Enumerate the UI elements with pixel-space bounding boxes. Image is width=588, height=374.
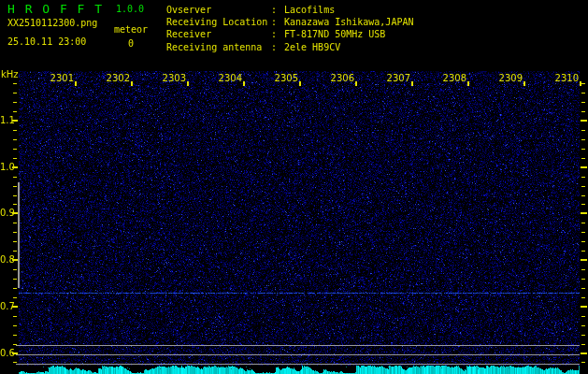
freq-tick-minor — [13, 232, 17, 233]
time-tick — [299, 81, 301, 86]
station-row-observer: Ovserver:Lacofilms — [166, 4, 413, 16]
freq-tick-minor — [581, 195, 585, 196]
station-label: Ovserver — [166, 4, 271, 16]
freq-tick-major — [581, 166, 587, 168]
station-row-antenna: Receiving antenna:2ele HB9CV — [166, 41, 413, 53]
freq-tick-minor — [581, 177, 585, 178]
freq-tick-minor — [13, 279, 17, 280]
freq-tick-minor — [13, 344, 17, 345]
time-tick — [243, 81, 245, 86]
time-tick-label: 2310 — [552, 73, 579, 83]
freq-tick-minor — [13, 158, 17, 159]
station-separator: : — [271, 41, 284, 53]
freq-tick-major — [581, 259, 587, 261]
time-tick — [75, 81, 77, 86]
freq-tick-minor — [581, 232, 585, 233]
time-tick-label: 2308 — [439, 73, 466, 83]
station-label: Receiving antenna — [166, 41, 271, 53]
freq-tick-minor — [581, 344, 585, 345]
freq-tick-label: 0.7 — [0, 302, 14, 311]
time-tick-label: 2304 — [215, 73, 242, 83]
station-value: 2ele HB9CV — [284, 42, 340, 52]
time-tick-label: 2303 — [159, 73, 186, 83]
freq-tick-minor — [581, 102, 585, 103]
app-title: H R O F F T — [7, 2, 104, 16]
freq-tick-minor — [13, 362, 17, 363]
freq-tick-minor — [581, 149, 585, 150]
freq-tick-minor — [581, 186, 585, 187]
frequency-unit-label: kHz — [1, 69, 19, 79]
mode-label: meteor — [114, 24, 148, 35]
time-tick — [355, 81, 357, 86]
freq-tick-label: 0.9 — [0, 209, 14, 218]
hrofft-window: H R O F F T 1.0.0 XX2510112300.png meteo… — [0, 0, 588, 374]
freq-tick-label: 0.8 — [0, 255, 14, 265]
freq-tick-minor — [13, 288, 17, 289]
freq-tick-minor — [13, 186, 17, 187]
freq-tick-minor — [13, 93, 17, 94]
freq-tick-minor — [13, 335, 17, 336]
time-tick — [187, 81, 189, 86]
output-filename: XX2510112300.png — [7, 18, 97, 28]
station-value: Lacofilms — [284, 5, 335, 15]
freq-tick-minor — [581, 241, 585, 242]
station-label: Receiver — [166, 28, 271, 40]
station-value: FT-817ND 50MHz USB — [284, 29, 385, 39]
time-tick — [523, 81, 525, 86]
reference-line-lower — [16, 364, 580, 365]
left-edge-marker-line — [18, 182, 20, 288]
freq-tick-minor — [581, 223, 585, 223]
time-tick — [131, 81, 133, 86]
reference-line-upper — [16, 345, 580, 346]
station-info: Ovserver:Lacofilms Receiving Location:Ka… — [166, 4, 413, 53]
time-tick-label: 2306 — [327, 73, 354, 83]
freq-tick-major — [581, 306, 587, 308]
freq-tick-minor — [13, 102, 17, 103]
freq-tick-label: 0.6 — [0, 349, 14, 358]
station-value: Kanazawa Ishikawa,JAPAN — [284, 17, 413, 27]
freq-tick-minor — [13, 204, 17, 205]
freq-tick-minor — [581, 297, 585, 298]
freq-tick-minor — [581, 93, 585, 94]
time-tick-label: 2309 — [495, 73, 523, 83]
freq-tick-minor — [581, 111, 585, 112]
freq-tick-minor — [13, 111, 17, 112]
freq-tick-minor — [13, 139, 17, 140]
capture-datetime: 25.10.11 23:00 — [7, 36, 86, 47]
freq-tick-minor — [581, 139, 585, 140]
freq-tick-minor — [581, 288, 585, 289]
freq-tick-minor — [581, 83, 585, 84]
time-tick-label: 2302 — [103, 73, 130, 83]
freq-tick-label: 1.1 — [0, 116, 14, 125]
time-tick-label: 2305 — [271, 73, 298, 83]
meteor-count: 0 — [122, 38, 140, 49]
reference-line-middle — [16, 354, 580, 355]
freq-tick-minor — [581, 158, 585, 159]
freq-tick-minor — [13, 251, 17, 252]
station-label: Receiving Location — [166, 16, 271, 28]
freq-tick-minor — [581, 204, 585, 205]
station-row-location: Receiving Location:Kanazawa Ishikawa,JAP… — [166, 16, 413, 28]
station-separator: : — [271, 4, 284, 16]
station-row-receiver: Receiver:FT-817ND 50MHz USB — [166, 28, 413, 40]
freq-tick-minor — [13, 177, 17, 178]
freq-tick-minor — [581, 269, 585, 270]
freq-tick-minor — [581, 335, 585, 336]
freq-tick-minor — [13, 269, 17, 270]
freq-tick-minor — [13, 325, 17, 326]
station-separator: : — [271, 28, 284, 40]
freq-tick-minor — [13, 195, 17, 196]
time-tick-label: 2301 — [47, 73, 74, 83]
time-tick-label: 2307 — [383, 73, 410, 83]
freq-tick-major — [581, 352, 587, 354]
freq-tick-minor — [13, 149, 17, 150]
freq-tick-minor — [581, 279, 585, 280]
freq-tick-minor — [13, 130, 17, 131]
freq-tick-major — [581, 212, 587, 214]
freq-tick-minor — [581, 362, 585, 363]
time-tick — [467, 81, 469, 86]
freq-tick-minor — [13, 241, 17, 242]
freq-tick-minor — [581, 130, 585, 131]
freq-tick-minor — [13, 297, 17, 298]
station-separator: : — [271, 16, 284, 28]
